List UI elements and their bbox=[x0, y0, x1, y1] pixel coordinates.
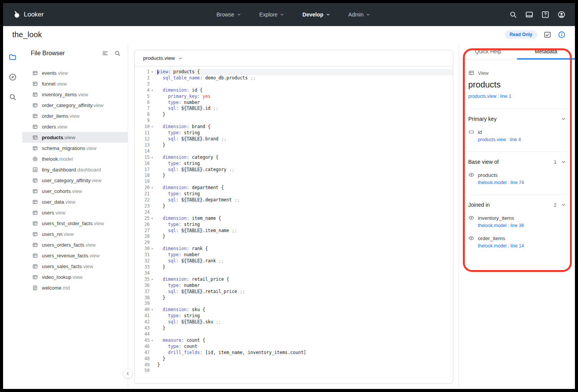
code-line-8[interactable]: 8 } bbox=[135, 112, 453, 118]
code-line-34[interactable]: 34 bbox=[135, 270, 453, 277]
code-line-50[interactable]: 50 bbox=[135, 368, 453, 374]
file-row-tiny_dashboard[interactable]: tiny_dashboard.dashboard bbox=[22, 164, 128, 175]
code-line-27[interactable]: 27 sql: ${TABLE}.item_name ;; bbox=[135, 228, 453, 234]
fold-toggle-icon[interactable]: ▾ bbox=[150, 124, 155, 130]
code-line-22[interactable]: 22 sql: ${TABLE}.department ;; bbox=[135, 197, 453, 203]
file-browser-button[interactable] bbox=[8, 53, 17, 61]
collapse-sidebar-button[interactable] bbox=[123, 369, 133, 379]
code-line-42[interactable]: 42 sql: ${TABLE}.sku ;; bbox=[135, 319, 453, 325]
file-row-users_nn[interactable]: users_nn.view bbox=[22, 229, 128, 239]
section-header[interactable]: Joined in2 bbox=[468, 202, 566, 208]
read-only-badge[interactable]: Read Only bbox=[505, 30, 537, 39]
fold-toggle-icon[interactable]: ▾ bbox=[150, 216, 155, 222]
fold-toggle-icon[interactable]: ▾ bbox=[150, 155, 155, 161]
code-line-25[interactable]: 25▾ dimension: item_name { bbox=[135, 216, 453, 222]
fold-toggle-icon[interactable]: ▾ bbox=[150, 307, 155, 313]
looker-logo[interactable]: Looker bbox=[12, 10, 44, 19]
code-line-6[interactable]: 6 type: number bbox=[135, 100, 453, 106]
code-line-24[interactable]: 24 bbox=[135, 209, 453, 216]
code-line-7[interactable]: 7 sql: ${TABLE}.id ;; bbox=[135, 105, 453, 112]
file-row-order_items[interactable]: order_items.view bbox=[22, 110, 128, 121]
collapse-folders-icon[interactable] bbox=[102, 50, 109, 57]
fold-toggle-icon[interactable]: ▾ bbox=[150, 69, 155, 75]
code-line-13[interactable]: 13 } bbox=[135, 142, 453, 148]
chevron-down-icon[interactable] bbox=[560, 202, 566, 208]
code-line-47[interactable]: 47 drill_fields: [id, item_name, invento… bbox=[135, 350, 453, 356]
search-icon[interactable] bbox=[509, 10, 517, 19]
code-line-10[interactable]: 10▾ dimension: brand { bbox=[135, 124, 453, 130]
file-row-users_first_order_facts[interactable]: users_first_order_facts.view bbox=[22, 218, 128, 229]
code-line-49[interactable]: 49} bbox=[135, 362, 453, 368]
file-row-user_data[interactable]: user_data.view bbox=[22, 196, 128, 207]
code-line-44[interactable]: 44 bbox=[135, 331, 453, 338]
tab-quick-help[interactable]: Quick Help bbox=[459, 43, 517, 59]
code-line-14[interactable]: 14 bbox=[135, 148, 453, 155]
code-line-40[interactable]: 40▾ dimension: sku { bbox=[135, 307, 453, 313]
fold-toggle-icon[interactable]: ▾ bbox=[150, 338, 155, 344]
object-source-link[interactable]: products.view : line 1 bbox=[468, 94, 511, 99]
code-line-17[interactable]: 17 sql: ${TABLE}.category ;; bbox=[135, 167, 453, 173]
file-row-users_sales_facts[interactable]: users_sales_facts.view bbox=[22, 261, 128, 272]
code-line-16[interactable]: 16 type: string bbox=[135, 161, 453, 167]
nav-menu-explore[interactable]: Explore bbox=[259, 12, 285, 18]
project-info-icon[interactable] bbox=[558, 31, 566, 39]
code-line-31[interactable]: 31 type: number bbox=[135, 252, 453, 258]
code-line-45[interactable]: 45▾ measure: count { bbox=[135, 338, 453, 344]
object-browser-button[interactable] bbox=[8, 73, 17, 81]
help-icon[interactable] bbox=[541, 10, 550, 19]
code-line-28[interactable]: 28 } bbox=[135, 234, 453, 240]
code-line-19[interactable]: 19 bbox=[135, 179, 453, 185]
code-line-43[interactable]: 43 } bbox=[135, 325, 453, 331]
file-row-users_revenue_facts[interactable]: users_revenue_facts.view bbox=[22, 250, 128, 261]
code-line-4[interactable]: 4▾ dimension: id { bbox=[135, 87, 453, 94]
code-line-1[interactable]: 1▾view: products { bbox=[135, 69, 453, 75]
chevron-down-icon[interactable] bbox=[560, 116, 566, 122]
fold-toggle-icon[interactable]: ▾ bbox=[150, 246, 155, 252]
file-row-thelook[interactable]: thelook.model bbox=[22, 153, 128, 164]
file-row-inventory_items[interactable]: inventory_items.view bbox=[22, 89, 128, 100]
file-row-welcome[interactable]: welcome.md bbox=[22, 282, 128, 293]
nav-menu-develop[interactable]: Develop bbox=[302, 12, 330, 18]
code-line-48[interactable]: 48 } bbox=[135, 356, 453, 362]
code-line-41[interactable]: 41 type: string bbox=[135, 313, 453, 319]
source-link[interactable]: thelook.model : line 36 bbox=[478, 223, 566, 228]
file-row-video_lookup[interactable]: video_lookup.view bbox=[22, 272, 128, 282]
code-line-35[interactable]: 35▾ dimension: retail_price { bbox=[135, 277, 453, 283]
code-line-18[interactable]: 18 } bbox=[135, 173, 453, 179]
source-link[interactable]: thelook.model : line 14 bbox=[478, 243, 566, 249]
code-line-36[interactable]: 36 type: number bbox=[135, 283, 453, 289]
code-line-39[interactable]: 39 bbox=[135, 301, 453, 307]
chevron-down-icon[interactable] bbox=[178, 56, 183, 61]
file-row-users[interactable]: users.view bbox=[22, 207, 128, 218]
code-line-5[interactable]: 5 primary_key: yes bbox=[135, 94, 453, 100]
file-row-user_cohorts[interactable]: user_cohorts.view bbox=[22, 186, 128, 196]
code-line-33[interactable]: 33 } bbox=[135, 264, 453, 270]
section-header[interactable]: Primary key bbox=[468, 116, 566, 122]
code-line-23[interactable]: 23 } bbox=[135, 203, 453, 209]
code-line-20[interactable]: 20▾ dimension: department { bbox=[135, 185, 453, 191]
code-line-32[interactable]: 32 sql: ${TABLE}.rank ;; bbox=[135, 258, 453, 264]
section-header[interactable]: Base view of1 bbox=[468, 159, 566, 165]
nav-menu-browse[interactable]: Browse bbox=[216, 12, 242, 18]
chevron-down-icon[interactable] bbox=[560, 159, 566, 165]
file-row-funnel[interactable]: funnel.view bbox=[22, 78, 128, 89]
code-line-11[interactable]: 11 type: string bbox=[135, 130, 453, 136]
lookml-validator-icon[interactable] bbox=[543, 31, 552, 39]
editor-file-tab[interactable]: products.view bbox=[143, 55, 175, 61]
code-line-2[interactable]: 2 sql_table_name: demo_db.products ;; bbox=[135, 75, 453, 81]
file-row-user_category_affinity[interactable]: user_category_affinity.view bbox=[22, 175, 128, 186]
code-line-15[interactable]: 15▾ dimension: category { bbox=[135, 155, 453, 161]
marketplace-icon[interactable] bbox=[525, 10, 533, 19]
file-row-schema_migrations[interactable]: schema_migrations.view bbox=[22, 143, 128, 153]
code-line-26[interactable]: 26 type: string bbox=[135, 222, 453, 228]
fold-toggle-icon[interactable]: ▾ bbox=[150, 185, 155, 191]
file-row-events[interactable]: events.view bbox=[22, 68, 128, 78]
find-replace-button[interactable] bbox=[8, 93, 17, 101]
source-link[interactable]: products.view : line 4 bbox=[478, 137, 566, 142]
file-row-orders[interactable]: orders.view bbox=[22, 121, 128, 132]
code-line-38[interactable]: 38 } bbox=[135, 295, 453, 301]
fold-toggle-icon[interactable]: ▾ bbox=[150, 277, 155, 283]
code-line-9[interactable]: 9 bbox=[135, 118, 453, 124]
file-row-products[interactable]: products.view bbox=[22, 132, 128, 143]
search-files-icon[interactable] bbox=[114, 50, 121, 57]
